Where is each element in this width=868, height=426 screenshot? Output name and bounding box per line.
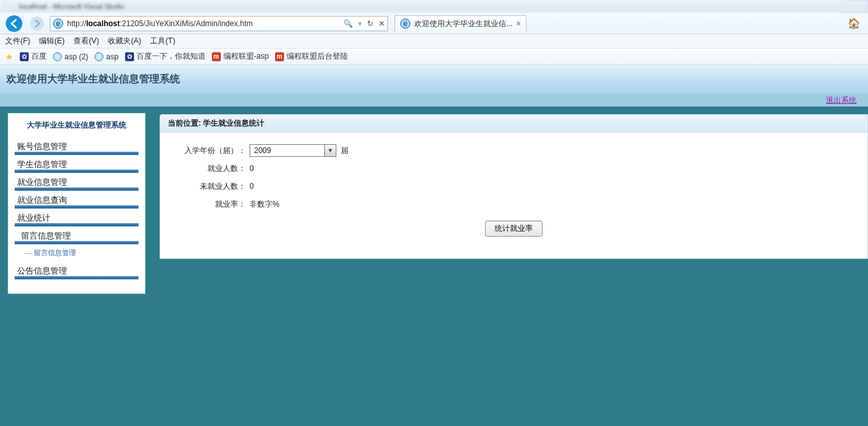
ie-icon: e <box>53 18 63 29</box>
sidebar-item-label: 学生信息管理 <box>17 159 67 170</box>
form-area: 入学年份（届）： 2009 ▼ 届 就业人数： 0 <box>160 133 867 243</box>
stop-icon[interactable]: ✕ <box>378 19 385 28</box>
ie-small-icon <box>53 52 62 61</box>
fav-label: 编程联盟后台登陆 <box>287 51 348 62</box>
fav-label: asp <box>106 52 118 61</box>
svg-point-1 <box>30 17 44 31</box>
fav-baidu[interactable]: ✿百度 <box>20 51 47 62</box>
back-arrow-icon <box>5 15 23 33</box>
sidebar-item-label: 就业信息查询 <box>17 195 67 206</box>
calculate-button[interactable]: 统计就业率 <box>485 221 542 237</box>
url-prefix: http:// <box>67 19 86 28</box>
page-content: 欢迎使用大学毕业生就业信息管理系统 退出系统 大学毕业生就业信息管理系统 账号信… <box>0 65 868 426</box>
year-suffix: 届 <box>341 146 348 155</box>
sidebar-item-query[interactable]: 就业信息查询 <box>15 192 138 209</box>
crumb-label: 当前位置: <box>168 118 201 129</box>
page-subheader: 退出系统 <box>0 94 868 106</box>
browser-navbar: e http://localhost:21205/JiuYeXinXiMis/A… <box>0 13 868 34</box>
browser-menubar: 文件(F) 编辑(E) 查看(V) 收藏夹(A) 工具(T) <box>0 34 868 48</box>
page-title: 欢迎使用大学毕业生就业信息管理系统 <box>6 73 180 86</box>
sidebar-item-label: 留言信息管理 <box>21 230 71 242</box>
main-wrap: 当前位置: 学生就业信息统计 入学年份（届）： 2009 ▼ 届 <box>153 106 868 426</box>
fav-label: 编程联盟-asp <box>223 51 269 62</box>
sidebar-item-label: 就业统计 <box>17 212 50 224</box>
sidebar-item-message[interactable]: 留言信息管理 <box>15 228 138 244</box>
os-title-text: localhost - Microsoft Visual Studio <box>19 3 124 10</box>
tab-close-icon[interactable]: × <box>516 19 521 28</box>
paw-icon: ✿ <box>20 52 29 61</box>
back-button[interactable] <box>4 15 24 33</box>
sidebar-sub-label: 留言信息管理 <box>34 249 76 256</box>
fav-label: asp (2) <box>64 52 88 61</box>
logout-link[interactable]: 退出系统 <box>826 95 857 106</box>
sidebar-item-label: 公告信息管理 <box>17 265 67 277</box>
sidebar-wrap: 大学毕业生就业信息管理系统 账号信息管理 学生信息管理 就业信息管理 就业信息查… <box>0 106 153 426</box>
employed-label: 就业人数： <box>173 163 250 174</box>
menu-fav[interactable]: 收藏夹(A) <box>108 36 141 47</box>
url-host: localhost <box>86 19 120 28</box>
sidebar-item-label: 就业信息管理 <box>17 177 67 188</box>
url-text: http://localhost:21205/JiuYeXinXiMis/Adm… <box>67 19 253 28</box>
unemployed-label: 未就业人数： <box>173 181 250 192</box>
menu-edit[interactable]: 编辑(E) <box>39 36 64 47</box>
content-panel: 当前位置: 学生就业信息统计 入学年份（届）： 2009 ▼ 届 <box>160 114 868 259</box>
rate-label: 就业率： <box>173 199 250 210</box>
fav-label: 百度 <box>31 51 47 62</box>
tab-title: 欢迎使用大学毕业生就业信... <box>414 18 513 29</box>
rate-value: 非数字% <box>250 199 280 210</box>
favorites-bar: ★ ✿百度 asp (2) asp ✿百度一下，你就知道 m编程联盟-asp m… <box>0 48 868 65</box>
chevron-down-icon[interactable]: ▼ <box>324 145 336 156</box>
breadcrumb: 当前位置: 学生就业信息统计 <box>160 115 867 133</box>
sidebar-item-notice[interactable]: 公告信息管理 <box>15 263 138 279</box>
fav-baidu-know[interactable]: ✿百度一下，你就知道 <box>125 51 206 62</box>
menu-file[interactable]: 文件(F) <box>5 36 30 47</box>
url-rest: :21205/JiuYeXinXiMis/Admin/index.htm <box>120 19 253 28</box>
year-label: 入学年份（届）： <box>173 145 250 156</box>
tab-ie-icon: e <box>400 18 410 29</box>
fav-bclm-asp[interactable]: m编程联盟-asp <box>212 51 269 62</box>
fav-bclm-admin[interactable]: m编程联盟后台登陆 <box>275 51 348 62</box>
menu-view[interactable]: 查看(V) <box>73 36 99 47</box>
sidebar-item-employment[interactable]: 就业信息管理 <box>15 174 138 191</box>
search-icon[interactable]: 🔍 <box>343 19 353 28</box>
ie-small-icon <box>94 52 103 61</box>
browser-tab[interactable]: e 欢迎使用大学毕业生就业信... × <box>394 15 527 32</box>
sidebar: 大学毕业生就业信息管理系统 账号信息管理 学生信息管理 就业信息管理 就业信息查… <box>8 113 146 294</box>
forward-arrow-icon <box>29 16 45 31</box>
address-controls: 🔍 ▾ ↻ ✕ <box>343 19 385 28</box>
unemployed-value: 0 <box>250 182 254 191</box>
home-icon[interactable]: 🏠 <box>848 17 864 29</box>
sidebar-item-account[interactable]: 账号信息管理 <box>15 138 138 155</box>
sidebar-item-student[interactable]: 学生信息管理 <box>15 156 138 173</box>
fav-label: 百度一下，你就知道 <box>137 51 206 62</box>
sidebar-subitem-message[interactable]: 留言信息管理 <box>15 246 138 261</box>
page-header: 欢迎使用大学毕业生就业信息管理系统 <box>0 65 868 94</box>
fav-asp[interactable]: asp <box>94 52 118 61</box>
year-value: 2009 <box>250 146 324 155</box>
m-icon: m <box>275 52 284 61</box>
m-icon: m <box>212 52 221 61</box>
year-select[interactable]: 2009 ▼ <box>250 144 336 157</box>
sidebar-item-stats[interactable]: 就业统计 <box>15 210 138 226</box>
sidebar-title: 大学毕业生就业信息管理系统 <box>15 117 138 137</box>
refresh-icon[interactable]: ↻ <box>367 19 373 28</box>
forward-button[interactable] <box>27 15 47 33</box>
page-body: 大学毕业生就业信息管理系统 账号信息管理 学生信息管理 就业信息管理 就业信息查… <box>0 106 868 426</box>
add-favorite-icon[interactable]: ★ <box>5 52 13 62</box>
employed-value: 0 <box>250 164 254 173</box>
menu-tools[interactable]: 工具(T) <box>150 36 175 47</box>
sidebar-item-label: 账号信息管理 <box>17 141 67 152</box>
crumb-value: 学生就业信息统计 <box>203 118 264 129</box>
address-bar[interactable]: e http://localhost:21205/JiuYeXinXiMis/A… <box>50 16 388 31</box>
paw-icon: ✿ <box>125 52 134 61</box>
fav-asp2[interactable]: asp (2) <box>53 52 88 61</box>
svg-point-0 <box>6 15 22 32</box>
os-titlebar: localhost - Microsoft Visual Studio <box>0 0 868 13</box>
